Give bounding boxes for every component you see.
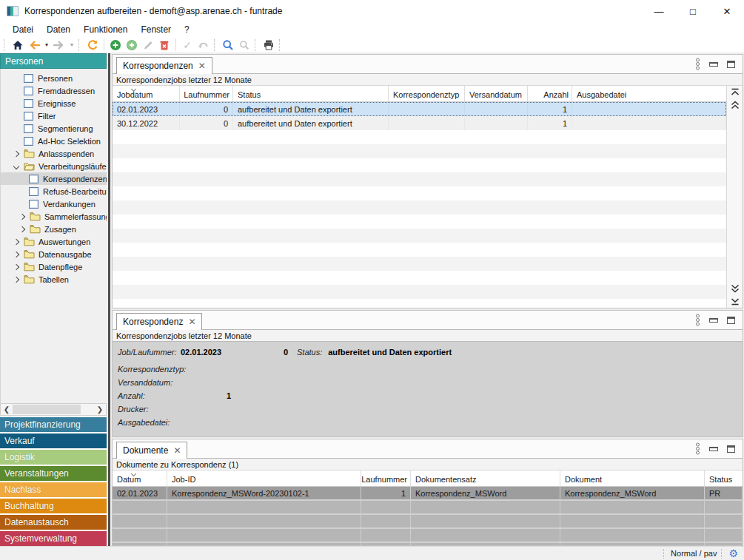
sidebar-item-personen[interactable]: Personen [1,72,107,84]
scroll-to-bottom-icon[interactable] [731,297,740,306]
chevron-right-icon[interactable] [19,226,25,232]
menu-daten[interactable]: Daten [40,23,77,36]
nav-logistik[interactable]: Logistik [0,450,107,465]
nav-datenaustausch[interactable]: Datenaustausch [0,515,107,530]
menu-help[interactable]: ? [178,23,196,36]
scroll-to-top-icon[interactable] [731,88,740,96]
scroll-left-icon[interactable]: ❮ [1,405,13,414]
minimize-button[interactable]: — [642,0,676,22]
sidebar-item-filter[interactable]: Filter [1,109,107,122]
sidebar-item-zusagen[interactable]: Zusagen [1,223,107,235]
chevron-right-icon[interactable] [13,251,19,257]
menu-datei[interactable]: Datei [6,23,40,36]
nav-buchhaltung[interactable]: Buchhaltung [0,499,107,513]
forward-dropdown-icon[interactable]: ▾ [67,38,76,53]
panel-dots-icon[interactable] [695,314,700,326]
scrollbar-thumb[interactable] [13,405,81,414]
maximize-button[interactable]: □ [676,0,710,22]
sidebar-item-verarbeitungslaeufe[interactable]: Verarbeitungsläufe [1,160,107,172]
nav-projektfinanzierung[interactable]: Projektfinanzierung [0,417,107,432]
add-alt-icon[interactable] [124,38,140,53]
scroll-page-down-icon[interactable] [731,284,740,293]
sidebar-item-anlassspenden[interactable]: Anlassspenden [1,147,107,160]
table-row[interactable]: 02.01.2023 Korrespondenz_MSWord-20230102… [113,487,743,501]
back-dropdown-icon[interactable]: ▾ [42,38,51,53]
nav-veranstaltungen[interactable]: Veranstaltungen [0,466,107,481]
refresh-icon[interactable] [84,38,101,53]
column-header-laufnummer[interactable]: Laufnummer [180,86,233,101]
column-header-datum[interactable]: Datum [113,470,167,486]
sidebar-splitter[interactable] [107,53,112,546]
close-icon[interactable]: ✕ [198,61,206,71]
panel-minimize-icon[interactable] [709,62,718,67]
panel-maximize-icon[interactable] [727,317,735,324]
undo-icon[interactable] [195,38,212,53]
column-header-dokumentensatz[interactable]: Dokumentensatz [411,470,560,486]
column-header-ausgabedatei[interactable]: Ausgabedatei [572,86,726,101]
sidebar-item-refuse-bearbeitung[interactable]: Refusé-Bearbeitung [1,185,107,198]
tab-dokumente[interactable]: Dokumente ✕ [116,442,187,459]
delete-icon[interactable] [156,38,172,53]
status-mode[interactable]: Normal / pav [671,549,717,558]
sidebar-item-korrespondenzen-aufbereiten[interactable]: Korrespondenzen aufbereiten [1,172,107,185]
home-icon[interactable] [10,38,26,53]
back-icon[interactable] [26,38,42,53]
sidebar-item-tabellen[interactable]: Tabellen [1,273,107,286]
chevron-right-icon[interactable] [19,213,25,219]
close-button[interactable]: ✕ [710,0,744,22]
column-header-dokument[interactable]: Dokument [560,470,705,486]
panel-dots-icon[interactable] [695,442,700,455]
column-header-status[interactable]: Status [705,470,743,486]
print-icon[interactable] [261,38,277,53]
column-header-status[interactable]: Status [233,86,389,101]
sidebar-horizontal-scrollbar[interactable]: ❮ ❯ [0,403,107,416]
sidebar-item-datenausgabe[interactable]: Datenausgabe [1,248,107,260]
sidebar-header-personen[interactable]: Personen [0,53,107,69]
nav-nachlass[interactable]: Nachlass [0,482,107,497]
search-secondary-icon[interactable] [236,38,252,53]
column-header-korrespondenztyp[interactable]: Korrespondenztyp [389,86,465,101]
panel-minimize-icon[interactable] [709,447,718,451]
forward-icon[interactable] [51,38,67,53]
sidebar-item-verdankungen[interactable]: Verdankungen [1,198,107,210]
tab-korrespondenz[interactable]: Korrespondenz ✕ [116,313,202,330]
chevron-down-icon[interactable] [13,163,19,169]
close-icon[interactable]: ✕ [173,445,181,456]
nav-verkauf[interactable]: Verkauf [0,434,107,448]
menu-fenster[interactable]: Fenster [134,23,178,36]
panel-dots-icon[interactable] [695,58,700,70]
chevron-right-icon[interactable] [13,263,19,269]
chevron-right-icon[interactable] [13,276,19,282]
confirm-icon[interactable]: ✓ [179,38,195,53]
folder-icon [30,224,41,234]
chevron-right-icon[interactable] [13,238,19,244]
column-header-laufnummer[interactable]: Laufnummer [361,470,411,486]
column-header-job-id[interactable]: Job-ID [167,470,361,486]
sidebar-item-auswertungen[interactable]: Auswertungen [1,235,107,248]
panel-minimize-icon[interactable] [709,318,718,323]
nav-systemverwaltung[interactable]: Systemverwaltung [0,531,107,546]
scroll-right-icon[interactable]: ❯ [94,405,106,414]
sidebar-item-ereignisse[interactable]: Ereignisse [1,97,107,109]
sidebar-item-sammelerfassung[interactable]: Sammelerfassung [1,210,107,223]
panel-maximize-icon[interactable] [727,445,735,453]
sidebar-item-fremdadressen[interactable]: Fremdadressen [1,84,107,97]
tab-korrespondenzen[interactable]: Korrespondenzen ✕ [116,57,212,74]
table-row[interactable]: 30.12.2022 0 aufbereitet und Daten expor… [113,116,726,130]
add-icon[interactable] [107,38,124,53]
menu-funktionen[interactable]: Funktionen [77,23,134,36]
column-header-versanddatum[interactable]: Versanddatum [465,86,528,101]
gear-icon[interactable]: ⚙ [728,548,738,559]
sidebar-item-segmentierung[interactable]: Segmentierung [1,122,107,135]
column-header-anzahl[interactable]: Anzahl [528,86,572,101]
panel-maximize-icon[interactable] [727,61,735,68]
chevron-right-icon[interactable] [13,150,19,156]
sidebar-item-datenpflege[interactable]: Datenpflege [1,260,107,273]
sidebar-item-adhoc-selektion[interactable]: Ad-Hoc Selektion [1,135,107,147]
column-header-jobdatum[interactable]: Jobdatum [113,86,180,101]
edit-icon[interactable] [140,38,156,53]
scroll-page-up-icon[interactable] [731,101,740,109]
table-row[interactable]: 02.01.2023 0 aufbereitet und Daten expor… [113,102,726,116]
search-icon[interactable] [220,38,236,53]
close-icon[interactable]: ✕ [188,317,195,327]
